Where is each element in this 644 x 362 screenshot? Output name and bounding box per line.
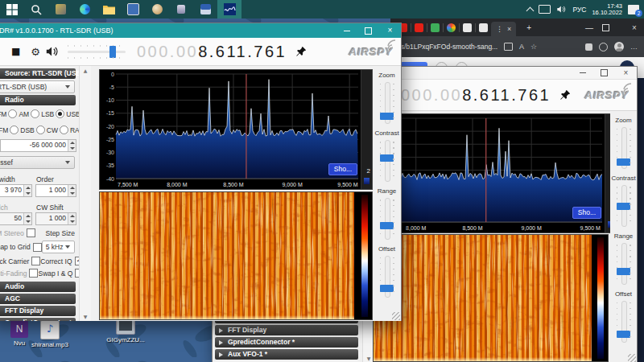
window1-maximize-button[interactable] <box>357 23 379 38</box>
section-header-gpredict[interactable]: GpredictConnector * <box>0 318 76 321</box>
window1-close-button[interactable]: × <box>379 23 401 38</box>
show-button[interactable]: Sho... <box>328 163 357 175</box>
desktop-icon-shiranai[interactable]: shiranai.mp3 <box>27 320 72 348</box>
section-header-source[interactable]: Source: RTL-SDR (USB) <box>0 68 76 79</box>
browser-menu-icon[interactable]: … <box>630 43 638 51</box>
browser-profile-avatar[interactable] <box>614 42 624 51</box>
browser-close-button[interactable]: × <box>625 23 644 32</box>
bandwidth-input[interactable]: 3 970 <box>0 184 32 197</box>
show-button[interactable]: Sho... <box>572 207 601 219</box>
shift-spinner[interactable] <box>68 140 76 151</box>
tray-clock[interactable]: 17:4316.10.2022 <box>592 3 622 16</box>
chrome-tab-favicon[interactable] <box>447 23 456 32</box>
frequency-display[interactable]: 000.008.611.761 <box>401 86 551 105</box>
offset-slider[interactable] <box>378 256 397 298</box>
section-header-audio[interactable]: Audio <box>0 282 76 292</box>
section-header-fft-display[interactable]: FFT Display <box>0 306 76 316</box>
scroll-down-icon[interactable]: ▼ <box>84 314 88 319</box>
snap-to-grid-checkbox[interactable] <box>33 243 42 252</box>
speaker-icon[interactable] <box>45 46 60 57</box>
language-indicator[interactable]: РУС <box>572 6 586 14</box>
window2-spectrum[interactable]: 8,000 M8,500 M9,000 M9,500 M 4 Sho... <box>373 113 617 233</box>
tab-close-icon[interactable]: × <box>507 25 511 33</box>
scroll-down-icon[interactable]: ▼ <box>367 356 371 361</box>
section-header-aux-vfo[interactable]: Aux VFO-1 * <box>215 349 358 360</box>
mode-radio-cw[interactable]: CW <box>36 125 58 134</box>
browser-address-bar[interactable]: gs/b1LPxqFxFOd-smooth-sang... A ☆ … <box>390 36 644 57</box>
green-tab-favicon[interactable] <box>431 23 440 32</box>
scroll-up-icon[interactable]: ▲ <box>84 68 88 73</box>
taskbar-app-icon[interactable] <box>48 0 72 19</box>
shift-input[interactable]: -56 000 000 <box>0 139 76 152</box>
fm-stereo-checkbox[interactable] <box>27 228 35 237</box>
document-tab-favicon[interactable] <box>479 23 488 32</box>
window1-panel-scrollbar[interactable]: ▲ ▼ <box>79 66 91 321</box>
section-header-fft-display[interactable]: FFT Display <box>215 325 358 335</box>
window1-minimize-button[interactable] <box>336 23 357 38</box>
window2-waterfall[interactable] <box>373 234 609 362</box>
network-display-icon[interactable] <box>539 5 551 14</box>
zoom-slider[interactable] <box>614 127 634 169</box>
pin-icon[interactable] <box>295 46 307 58</box>
step-size-dropdown[interactable]: 5 kHz <box>42 241 75 253</box>
volume-slider[interactable] <box>68 51 126 53</box>
order-input[interactable]: 1 000 <box>35 184 76 197</box>
section-header-radio[interactable]: Radio <box>0 95 76 105</box>
mode-radio-nfm[interactable]: NFM <box>0 109 6 118</box>
mode-radio-raw[interactable]: RAW <box>60 125 79 134</box>
range-slider[interactable] <box>378 198 397 240</box>
filter-dropdown[interactable]: Youssef <box>0 156 75 169</box>
extension-icon[interactable] <box>585 43 592 51</box>
contrast-slider[interactable] <box>614 185 634 227</box>
file-explorer-icon[interactable] <box>97 0 121 19</box>
notification-center-icon[interactable]: 2 <box>628 5 639 14</box>
window2-minimize-button[interactable] <box>572 67 593 79</box>
tray-chevron-up-icon[interactable] <box>526 6 535 14</box>
lock-carrier-checkbox[interactable] <box>31 257 40 265</box>
zoom-slider[interactable] <box>378 82 397 124</box>
section-header-gpredict[interactable]: GpredictConnector * <box>215 337 358 348</box>
browser-minimize-button[interactable]: — <box>580 23 599 32</box>
taskbar-app-icon[interactable] <box>169 0 193 19</box>
settings-gear-icon[interactable]: ⚙ <box>31 46 40 58</box>
sdrsharp-taskbar-icon[interactable] <box>217 0 242 19</box>
window1-waterfall[interactable] <box>99 191 373 320</box>
window2-maximize-button[interactable] <box>593 67 615 79</box>
window1-resize-grip[interactable] <box>392 312 400 320</box>
frequency-display[interactable]: 000.008.611.761 <box>137 43 287 61</box>
split-screen-icon[interactable] <box>504 43 513 51</box>
range-slider[interactable] <box>614 243 634 285</box>
window1-spectrum[interactable]: 0-5-10-15-20-25-30-35-407,500 M8,000 M8,… <box>99 69 373 190</box>
favorites-star-icon[interactable]: ☆ <box>530 43 537 51</box>
window2-resize-grip[interactable] <box>628 354 636 362</box>
tab-menu-icon[interactable]: ⋮ <box>496 25 503 33</box>
pin-icon[interactable] <box>559 89 571 101</box>
stop-button[interactable]: ■ <box>11 46 20 57</box>
calculator-icon[interactable] <box>193 0 217 19</box>
extensions-hub-icon[interactable] <box>599 43 608 51</box>
volume-slider-thumb[interactable] <box>109 46 116 58</box>
volume-tray-icon[interactable] <box>556 5 567 14</box>
search-icon[interactable] <box>24 0 48 19</box>
paint-app-icon[interactable] <box>145 0 169 19</box>
mode-radio-lsb[interactable]: LSB <box>31 109 54 118</box>
section-header-agc[interactable]: AGC <box>0 294 76 304</box>
youtube-tab-favicon[interactable] <box>415 23 423 32</box>
mode-radio-am[interactable]: AM <box>8 109 29 118</box>
contrast-slider[interactable] <box>378 140 397 182</box>
mode-radio-dsb[interactable]: DSB <box>10 125 34 134</box>
edge-browser-icon[interactable] <box>72 0 97 19</box>
document-tab-favicon[interactable] <box>463 23 472 32</box>
window1-titlebar[interactable]: SDR# v1.0.0.1700 - RTL-SDR (USB) × <box>0 23 401 38</box>
new-tab-button[interactable]: + <box>519 23 539 32</box>
url-text[interactable]: gs/b1LPxqFxFOd-smooth-sang... <box>397 43 497 51</box>
cw-shift-input[interactable]: 1 000 <box>35 212 76 225</box>
mode-radio-wfm[interactable]: WFM <box>0 125 8 134</box>
browser-maximize-button[interactable] <box>602 24 621 31</box>
start-button[interactable] <box>0 0 24 19</box>
anti-fading-checkbox[interactable] <box>29 269 38 278</box>
read-aloud-icon[interactable]: A <box>519 43 524 51</box>
offset-slider[interactable] <box>614 301 634 343</box>
window2-close-button[interactable]: × <box>615 67 637 79</box>
source-device-dropdown[interactable]: RTL-SDR (USB) <box>0 80 75 93</box>
